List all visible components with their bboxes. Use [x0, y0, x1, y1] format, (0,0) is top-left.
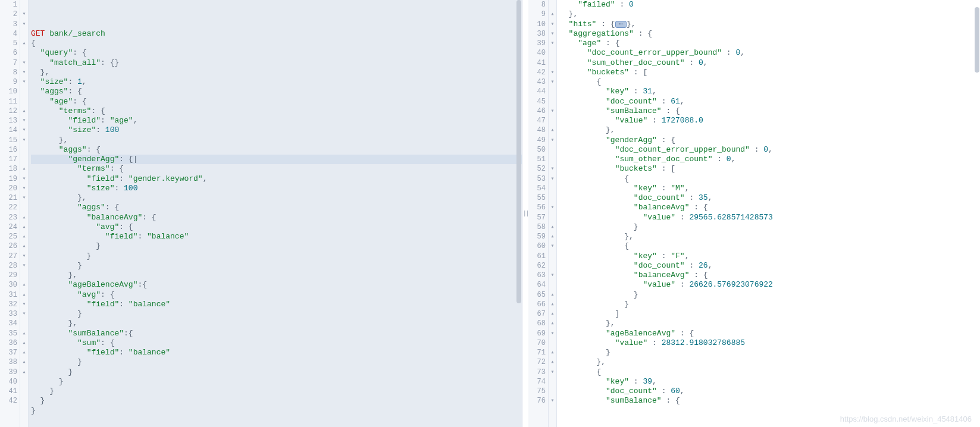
- fold-marker[interactable]: ▾: [549, 29, 556, 39]
- folded-region[interactable]: ⋯: [615, 21, 627, 28]
- fold-marker[interactable]: ▾: [549, 203, 556, 212]
- fold-marker[interactable]: ▾: [20, 193, 28, 203]
- code-line[interactable]: "value" : 28312.918032786885: [559, 338, 980, 348]
- fold-marker[interactable]: ▾: [20, 174, 28, 184]
- fold-marker[interactable]: ▴: [20, 348, 28, 357]
- code-line[interactable]: "sumBalance":{: [31, 329, 522, 338]
- code-line[interactable]: }: [31, 387, 522, 396]
- fold-marker[interactable]: [20, 29, 28, 39]
- fold-marker[interactable]: [549, 58, 556, 68]
- fold-marker[interactable]: ▾: [549, 68, 556, 77]
- fold-marker[interactable]: ▾: [20, 136, 28, 145]
- fold-marker[interactable]: [20, 319, 28, 328]
- code-line[interactable]: ]: [559, 309, 980, 319]
- fold-marker[interactable]: ▾: [20, 125, 28, 135]
- fold-marker[interactable]: ▾: [549, 368, 556, 377]
- fold-marker[interactable]: ▾: [20, 58, 28, 68]
- request-editor-panel[interactable]: 1234567891011121314151617181920212223242…: [0, 0, 522, 427]
- code-line[interactable]: "aggregations" : {: [559, 29, 980, 39]
- code-line[interactable]: "doc_count" : 60,: [559, 387, 980, 396]
- code-line[interactable]: {: [559, 77, 980, 87]
- code-line[interactable]: "sum_other_doc_count" : 0,: [559, 155, 980, 164]
- fold-marker[interactable]: ▾: [549, 106, 556, 116]
- fold-marker[interactable]: ▴: [549, 125, 556, 135]
- fold-marker[interactable]: ▾: [549, 329, 556, 338]
- fold-marker[interactable]: [549, 387, 556, 396]
- fold-marker[interactable]: ▴: [20, 280, 28, 290]
- code-line[interactable]: },: [559, 232, 980, 241]
- code-line[interactable]: "value" : 29565.628571428573: [559, 213, 980, 222]
- code-line[interactable]: },: [31, 68, 522, 77]
- code-line[interactable]: }: [31, 261, 522, 271]
- fold-marker[interactable]: ▴: [549, 10, 556, 19]
- code-line[interactable]: "hits" : {⋯},: [559, 20, 980, 29]
- code-line[interactable]: "ageBalenceAvg" : {: [559, 329, 980, 338]
- code-line[interactable]: "match_all": {}: [31, 58, 522, 68]
- code-line[interactable]: "field": "gender.keyword",: [31, 174, 522, 184]
- code-line[interactable]: }: [559, 290, 980, 300]
- fold-marker[interactable]: ▴: [20, 106, 28, 116]
- code-line[interactable]: },: [31, 319, 522, 328]
- fold-marker[interactable]: ▾: [20, 68, 28, 77]
- fold-marker[interactable]: ▾: [549, 271, 556, 280]
- fold-marker[interactable]: [549, 116, 556, 125]
- fold-marker[interactable]: ▴: [20, 232, 28, 241]
- fold-marker[interactable]: ▴: [549, 348, 556, 357]
- code-line[interactable]: [31, 416, 522, 425]
- code-line[interactable]: "key" : 39,: [559, 377, 980, 387]
- response-viewer-panel[interactable]: 8910383940414243444546474849505152535455…: [528, 0, 980, 427]
- scrollbar-thumb-right[interactable]: [975, 7, 979, 73]
- fold-marker[interactable]: [549, 261, 556, 271]
- fold-marker[interactable]: [20, 97, 28, 106]
- scrollbar-left[interactable]: [516, 0, 522, 427]
- code-line[interactable]: }: [31, 309, 522, 319]
- wrench-icon[interactable]: [506, 1, 516, 10]
- fold-marker[interactable]: [20, 155, 28, 164]
- code-line[interactable]: "balanceAvg" : {: [559, 203, 980, 212]
- play-icon[interactable]: [493, 1, 503, 10]
- fold-marker[interactable]: [20, 48, 28, 58]
- fold-marker[interactable]: ▴: [549, 222, 556, 232]
- code-line[interactable]: "ageBalenceAvg":{: [31, 280, 522, 290]
- fold-marker[interactable]: [549, 155, 556, 164]
- code-line[interactable]: "field": "balance": [31, 348, 522, 357]
- code-line[interactable]: }: [559, 222, 980, 232]
- code-line[interactable]: {: [31, 39, 522, 48]
- code-line[interactable]: "age" : {: [559, 39, 980, 48]
- code-line[interactable]: "terms": {: [31, 164, 522, 174]
- code-line[interactable]: "query": {: [31, 48, 522, 58]
- code-line[interactable]: "size": 100: [31, 125, 522, 135]
- code-line[interactable]: "failed" : 0: [559, 0, 980, 10]
- code-line[interactable]: }: [31, 406, 522, 416]
- fold-marker[interactable]: ▴: [20, 290, 28, 300]
- fold-marker[interactable]: [549, 184, 556, 193]
- fold-marker[interactable]: ▾: [549, 136, 556, 145]
- fold-marker[interactable]: [549, 97, 556, 106]
- fold-marker[interactable]: [20, 87, 28, 96]
- code-line[interactable]: "genderAgg" : {: [559, 136, 980, 145]
- fold-marker[interactable]: [20, 387, 28, 396]
- code-line[interactable]: }: [31, 357, 522, 367]
- fold-marker[interactable]: ▾: [20, 10, 28, 19]
- code-line[interactable]: },: [31, 136, 522, 145]
- fold-marker[interactable]: ▾: [20, 77, 28, 87]
- fold-marker[interactable]: ▴: [20, 329, 28, 338]
- fold-marker[interactable]: [20, 377, 28, 387]
- code-line[interactable]: "doc_count_error_upper_bound" : 0,: [559, 145, 980, 155]
- code-line[interactable]: "balanceAvg": {: [31, 213, 522, 222]
- code-line[interactable]: },: [559, 357, 980, 367]
- fold-marker[interactable]: ▾: [549, 20, 556, 29]
- code-line[interactable]: "buckets" : [: [559, 68, 980, 77]
- code-line[interactable]: },: [31, 193, 522, 203]
- code-line[interactable]: "balanceAvg" : {: [559, 271, 980, 280]
- fold-marker[interactable]: [549, 48, 556, 58]
- code-line[interactable]: "sum": {: [31, 338, 522, 348]
- code-line[interactable]: "field": "balance": [31, 300, 522, 309]
- fold-marker[interactable]: [549, 213, 556, 222]
- code-line[interactable]: }: [31, 252, 522, 261]
- response-viewer-code[interactable]: "failed" : 0 }, "hits" : {⋯}, "aggregati…: [557, 0, 980, 427]
- fold-marker[interactable]: [549, 377, 556, 387]
- code-line[interactable]: "aggs": {: [31, 203, 522, 212]
- fold-marker[interactable]: ▴: [549, 300, 556, 309]
- fold-marker[interactable]: [20, 396, 28, 406]
